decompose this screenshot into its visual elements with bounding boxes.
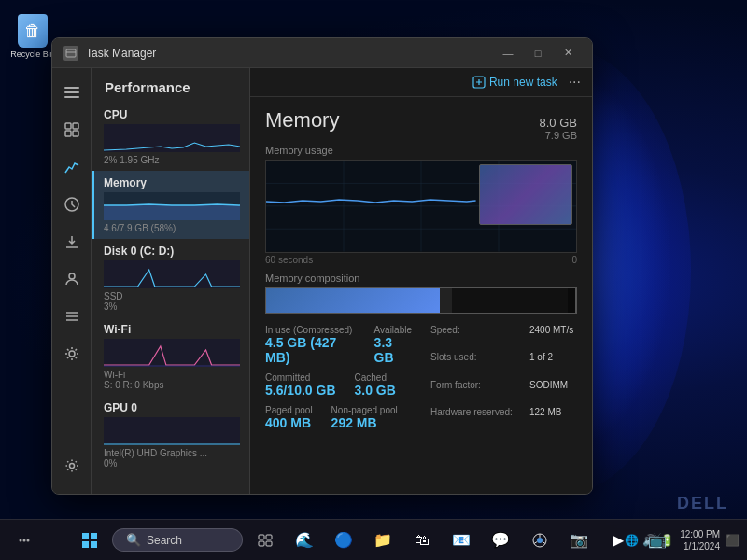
spec-speed-label: Speed: — [430, 325, 524, 348]
svg-rect-2 — [64, 87, 79, 89]
svg-point-35 — [27, 539, 30, 541]
stat-cached: Cached 3.0 GB — [355, 372, 396, 398]
svg-rect-20 — [104, 260, 240, 288]
sidebar-menu-button[interactable] — [55, 76, 89, 109]
taskbar-app-edge[interactable]: 🔵 — [327, 524, 360, 557]
right-panel: Run new task ··· Memory 8.0 GB 7.9 GB — [250, 68, 592, 494]
sidebar-settings-icon[interactable] — [55, 449, 89, 483]
windows-start-button[interactable] — [73, 524, 106, 557]
memory-used-display: 7.9 GB — [540, 130, 577, 141]
svg-line-48 — [543, 541, 545, 543]
taskbar-app-extra[interactable]: 📺 — [641, 524, 674, 557]
stat-committed: Committed 5.6/10.0 GB — [265, 372, 336, 398]
sidebar-history-icon[interactable] — [55, 188, 89, 221]
comp-in-use — [266, 288, 440, 313]
sidebar-users-icon[interactable] — [55, 262, 89, 296]
taskbar-overflow-icon[interactable] — [7, 524, 41, 557]
taskbar-app-youtube[interactable]: ▶ — [601, 524, 635, 557]
taskbar-left — [7, 524, 41, 557]
svg-rect-3 — [64, 91, 79, 93]
sidebar-processes-icon[interactable] — [55, 113, 89, 147]
stat-available-label: Available — [374, 325, 412, 335]
taskbar-search[interactable]: 🔍 Search — [112, 528, 243, 552]
taskbar-app-explorer[interactable]: 📁 — [366, 524, 400, 557]
device-item-wifi[interactable]: Wi-Fi Wi-Fi S: 0 R: 0 Kbps — [92, 317, 249, 396]
run-new-task-button[interactable]: Run new task — [472, 76, 557, 89]
svg-rect-36 — [82, 533, 89, 539]
svg-rect-4 — [64, 96, 79, 98]
spec-hw: Hardware reserved: 122 MB — [430, 407, 577, 430]
window-controls: — □ ✕ — [495, 44, 581, 63]
svg-rect-37 — [91, 533, 97, 539]
minimize-button[interactable]: — — [495, 44, 521, 63]
sidebar-services-icon[interactable] — [55, 337, 89, 371]
chart-time-right: 0 — [571, 255, 577, 265]
device-item-cpu[interactable]: CPU 2% 1.95 GHz — [92, 103, 249, 171]
taskbar-app-taskview[interactable] — [248, 524, 282, 557]
sidebar-icons — [52, 68, 92, 494]
spec-slots: Slots used: 1 of 2 — [430, 352, 577, 375]
comp-free — [568, 288, 576, 313]
stat-nonpaged: Non-paged pool 292 MB — [331, 405, 398, 430]
spec-speed-value: 2400 MT/s — [529, 325, 573, 348]
device-cpu-chart — [104, 124, 240, 152]
svg-rect-41 — [266, 535, 272, 539]
svg-point-15 — [69, 351, 75, 357]
stat-paged-value: 400 MB — [265, 415, 313, 430]
svg-rect-7 — [65, 131, 71, 136]
device-item-disk[interactable]: Disk 0 (C: D:) SSD 3% — [92, 239, 249, 317]
device-memory-sub: 4.6/7.9 GB (58%) — [104, 223, 240, 233]
spec-slots-label: Slots used: — [430, 352, 524, 375]
left-panel: Performance CPU 2% 1.95 GHz — [92, 68, 250, 494]
taskbar-app-whatsapp[interactable]: 💬 — [484, 524, 517, 557]
taskbar-app-mail[interactable]: 📧 — [444, 524, 478, 557]
search-icon: 🔍 — [126, 533, 141, 547]
taskbar-app-chrome[interactable] — [523, 524, 557, 557]
maximize-button[interactable]: □ — [525, 44, 551, 63]
comp-modified — [440, 288, 451, 313]
composition-bar — [265, 287, 577, 314]
device-item-memory[interactable]: Memory 4.6/7.9 GB (58%) — [92, 171, 249, 239]
system-clock[interactable]: 12:00 PM 1/1/2024 — [680, 528, 720, 553]
taskbar-app-browser[interactable]: 🌊 — [288, 524, 321, 557]
taskbar-app-store[interactable]: 🛍 — [405, 524, 439, 557]
stat-paged-label: Paged pool — [265, 405, 313, 415]
device-gpu-sub1: Intel(R) UHD Graphics ... — [104, 448, 240, 458]
memory-usage-label: Memory usage — [265, 145, 577, 156]
svg-rect-0 — [66, 49, 76, 57]
device-item-gpu[interactable]: GPU 0 Intel(R) UHD Graphics ... 0% — [92, 396, 249, 474]
dell-logo: DELL — [677, 494, 728, 513]
device-disk-sub1: SSD — [104, 291, 240, 301]
more-options-button[interactable]: ··· — [569, 74, 581, 91]
spec-form-label: Form factor: — [430, 380, 524, 403]
stat-cached-label: Cached — [355, 372, 396, 383]
stat-in-use-value: 4.5 GB (427 MB) — [265, 335, 356, 365]
spec-form: Form factor: SODIMM — [430, 380, 577, 403]
memory-total-gb: 8.0 GB — [540, 116, 577, 130]
svg-point-16 — [69, 464, 74, 469]
tm-body: Performance CPU 2% 1.95 GHz — [52, 68, 592, 494]
clock-date: 1/1/2024 — [680, 540, 720, 553]
stat-in-use: In use (Compressed) 4.5 GB (427 MB) — [265, 325, 356, 365]
spec-speed: Speed: 2400 MT/s — [430, 325, 577, 348]
svg-rect-42 — [259, 541, 264, 546]
device-disk-name: Disk 0 (C: D:) — [104, 245, 240, 258]
sidebar-performance-icon[interactable] — [55, 150, 89, 184]
svg-rect-5 — [65, 123, 71, 129]
device-disk-chart — [104, 260, 240, 288]
taskbar-app-photos[interactable]: 📷 — [562, 524, 596, 557]
title-bar-text: Task Manager — [86, 47, 495, 60]
notification-center[interactable]: ⬛ — [726, 534, 740, 547]
sidebar-startup-icon[interactable] — [55, 225, 89, 259]
svg-point-33 — [20, 539, 22, 541]
stat-available: Available 3.3 GB — [374, 325, 412, 365]
sidebar-details-icon[interactable] — [55, 300, 89, 333]
close-button[interactable]: ✕ — [555, 44, 581, 63]
desktop: 🗑 Recycle Bin Task Manager — □ ✕ — [0, 0, 747, 560]
comp-standby — [452, 288, 568, 313]
recycle-bin-icon[interactable]: 🗑 Recycle Bin — [9, 14, 56, 59]
stat-nonpaged-label: Non-paged pool — [331, 405, 398, 415]
search-label: Search — [147, 534, 182, 547]
spec-slots-value: 1 of 2 — [529, 352, 553, 375]
stat-nonpaged-value: 292 MB — [331, 415, 398, 430]
